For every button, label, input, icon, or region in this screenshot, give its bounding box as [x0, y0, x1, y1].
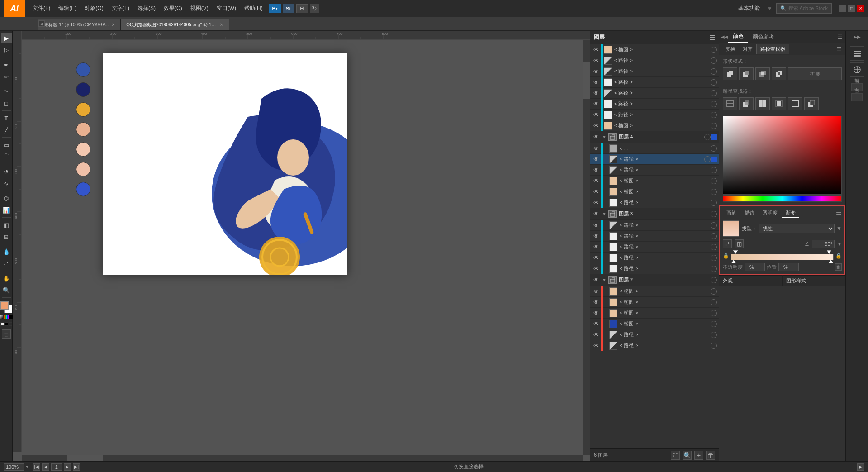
layers-footer-delete[interactable]: 🗑 — [706, 451, 715, 460]
layer-item-3-1[interactable]: 👁 < 路径 > — [590, 220, 719, 231]
rotate-tool[interactable]: ↺ — [1, 166, 12, 177]
line-tool[interactable]: ╱ — [1, 124, 12, 135]
menu-help[interactable]: 帮助(H) — [241, 3, 266, 14]
layers-footer-collect[interactable]: 🔍 — [683, 451, 692, 460]
tab-align[interactable]: 对齐 — [739, 44, 756, 54]
layer-vis-4-4[interactable]: 👁 — [592, 177, 600, 185]
artboard-tool[interactable]: ⬚ — [2, 329, 11, 339]
bridge-btn[interactable]: Br — [269, 4, 281, 13]
nav-last[interactable]: ▶| — [73, 463, 80, 471]
layer-expand-3[interactable]: ▼ — [601, 211, 607, 217]
swatch-white[interactable] — [0, 322, 4, 326]
layers-footer-new-layer[interactable]: + — [694, 451, 703, 460]
menu-window[interactable]: 窗口(W) — [213, 3, 240, 14]
layer-circle-g2[interactable] — [711, 277, 717, 283]
workspace-label[interactable]: 基本功能 — [735, 3, 764, 14]
layers-content[interactable]: 👁 < 椭圆 > 👁 < 路径 > 👁 < 路径 > — [590, 44, 719, 448]
rainbow-color-btn[interactable] — [4, 315, 9, 319]
gradient-position-input[interactable] — [778, 263, 799, 271]
layer-vis-g3[interactable]: 👁 — [592, 210, 600, 218]
gradient-angle-dropdown[interactable]: ▼ — [837, 242, 842, 247]
rect-tool[interactable]: ▭ — [1, 139, 12, 150]
pf-divide[interactable] — [723, 97, 737, 110]
layer-item-4-4[interactable]: 👁 < 椭圆 > — [590, 176, 719, 186]
layer-vis-2-5[interactable]: 👁 — [592, 331, 600, 339]
search-box[interactable]: 🔍 搜索 Adobe Stock — [776, 3, 832, 14]
layer-item-path1[interactable]: 👁 < 路径 > — [590, 55, 719, 66]
maximize-btn[interactable]: □ — [848, 5, 855, 12]
tab-color-reference[interactable]: 颜色参考 — [748, 31, 779, 43]
scrollbar-vertical[interactable] — [583, 40, 590, 455]
gradient-bar-container[interactable] — [731, 250, 834, 261]
layers-menu-btn[interactable]: ☰ — [709, 34, 715, 41]
color-panel-menu[interactable]: ☰ — [836, 33, 844, 41]
gradient-stop-top-left[interactable] — [733, 250, 738, 254]
layer-vis-2-4[interactable]: 👁 — [592, 320, 600, 328]
eyedropper-tool[interactable]: 💧 — [1, 246, 12, 257]
layer-item-2-5[interactable]: 👁 < 路径 > — [590, 329, 719, 340]
gradient-tab-brush[interactable]: 画笔 — [723, 209, 740, 218]
layer-vis-4-2[interactable]: 👁 — [592, 155, 600, 163]
zoom-input[interactable] — [4, 463, 24, 471]
nav-next[interactable]: ▶ — [64, 463, 71, 471]
canvas-document[interactable] — [103, 53, 347, 275]
layer-group-4[interactable]: 👁 ▼ 图层 4 — [590, 131, 719, 143]
erase-tool[interactable]: ◻ — [1, 98, 12, 109]
hand-tool[interactable]: ✋ — [1, 273, 12, 284]
layer-vis-3[interactable]: 👁 — [592, 67, 600, 76]
layer-circle-4-3[interactable] — [711, 167, 717, 173]
type-tool[interactable]: T — [1, 113, 12, 124]
shape-exclude[interactable] — [772, 67, 786, 80]
layer-vis-6[interactable]: 👁 — [592, 100, 600, 108]
layer-group-2[interactable]: 👁 ▼ 图层 2 — [590, 274, 719, 286]
layer-circle-2-2[interactable] — [711, 299, 717, 305]
props-icon-library[interactable] — [850, 62, 864, 77]
pencil-tool[interactable]: ✏ — [1, 71, 12, 82]
layer-vis-7[interactable]: 👁 — [592, 111, 600, 119]
layer-circle-2-3[interactable] — [711, 310, 717, 316]
gradient-stop-bottom-right[interactable] — [829, 260, 833, 263]
gradient-bar[interactable] — [731, 254, 834, 260]
layer-circle-4-5[interactable] — [711, 189, 717, 195]
tab-transform[interactable]: 变换 — [722, 44, 739, 54]
appearance-tab[interactable]: 外观 — [719, 275, 783, 286]
none-color-btn[interactable] — [0, 315, 3, 319]
props-tab-library[interactable]: 库 — [851, 93, 863, 101]
layer-item-3-3[interactable]: 👁 < 路径 > — [590, 242, 719, 253]
swatch-black[interactable] — [5, 322, 8, 326]
pf-crop[interactable] — [772, 97, 786, 110]
canvas-viewport[interactable] — [22, 40, 583, 455]
layer-vis-5[interactable]: 👁 — [592, 89, 600, 97]
props-icon-attributes[interactable] — [850, 46, 864, 61]
sync-btn[interactable]: ↻ — [310, 4, 319, 13]
select-tool[interactable]: ▶ — [1, 33, 12, 43]
gradient-lock-right[interactable]: 🔒 — [835, 253, 842, 259]
layer-item-path2[interactable]: 👁 < 路径 > — [590, 66, 719, 77]
blend-tool[interactable]: ⇌ — [1, 258, 12, 269]
nav-prev[interactable]: ◀ — [42, 463, 49, 471]
gradient-delete-btn[interactable]: 🗑 — [835, 263, 842, 271]
swatch-diag[interactable] — [9, 322, 12, 326]
layer-vis-2[interactable]: 👁 — [592, 57, 600, 65]
layer-vis-4-6[interactable]: 👁 — [592, 199, 600, 207]
layer-vis-4-3[interactable]: 👁 — [592, 166, 600, 174]
layer-circle-6[interactable] — [711, 101, 717, 107]
layer-vis-4-5[interactable]: 👁 — [592, 188, 600, 196]
gradient-reverse-btn[interactable]: ⇄ — [723, 239, 732, 248]
layer-circle-2[interactable] — [711, 57, 717, 64]
pf-outline[interactable] — [788, 97, 802, 110]
layer-circle-8[interactable] — [711, 123, 717, 129]
shape-unite[interactable] — [723, 67, 737, 80]
layer-circle-2-6[interactable] — [711, 343, 717, 349]
prop-tabs-menu[interactable]: ☰ — [835, 46, 843, 53]
minimize-btn[interactable]: — — [839, 5, 846, 12]
layer-circle-3-2[interactable] — [711, 233, 717, 239]
layer-vis-2-2[interactable]: 👁 — [592, 298, 600, 306]
color-spectrum-container[interactable] — [723, 116, 842, 202]
layer-item-3-4[interactable]: 👁 < 路径 > — [590, 253, 719, 263]
layer-vis-g4[interactable]: 👁 — [592, 133, 600, 141]
gradient-angle-input[interactable] — [812, 240, 835, 248]
layer-circle-3-1[interactable] — [711, 222, 717, 229]
gradient-preview[interactable] — [723, 220, 739, 237]
layer-circle-3[interactable] — [711, 68, 717, 75]
